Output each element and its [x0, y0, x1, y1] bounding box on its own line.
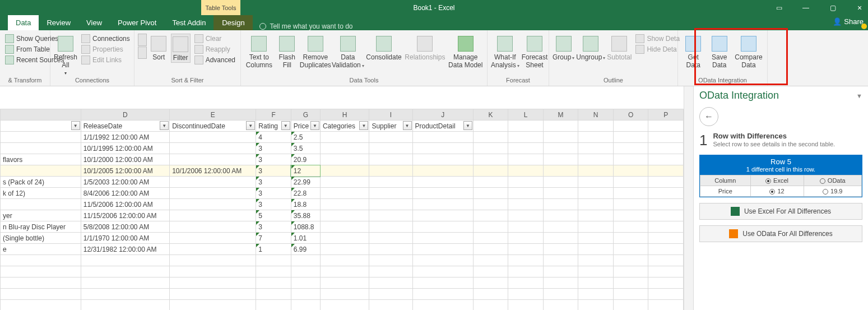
table-row[interactable]: [1, 300, 684, 311]
contextual-tab-label: Table Tools: [201, 0, 240, 15]
show-detail-button[interactable]: Show Deta: [634, 34, 681, 44]
column-headers: D E F G H I J K L M N O P: [1, 109, 684, 121]
sort-asc-icon[interactable]: [138, 34, 147, 46]
group-label-datatools: Data Tools: [244, 77, 484, 85]
task-pane: OData Integration ▼ ← 1 Row with Differe…: [693, 86, 868, 310]
pane-subheading: Select row to see details in the second …: [713, 141, 835, 147]
outline-group-button[interactable]: Group: [553, 34, 574, 62]
tell-me-label: Tell me what you want to do: [270, 22, 352, 30]
vertical-scrollbar[interactable]: [684, 86, 693, 310]
group-label-forecast: Forecast: [491, 77, 545, 85]
table-row[interactable]: 10/1/2005 12:00:00 AM10/1/2006 12:00:00 …: [1, 165, 684, 177]
bulb-icon: [259, 23, 266, 30]
consolidate-button[interactable]: Consolidate: [365, 34, 402, 62]
tell-me[interactable]: Tell me what you want to do: [253, 22, 359, 30]
pane-heading: Row with Differences: [713, 132, 786, 140]
remove-duplicates-button[interactable]: Remove Duplicates: [300, 34, 331, 70]
outline-ungroup-button[interactable]: Ungroup: [577, 34, 605, 62]
table-row[interactable]: (Single bottle)1/1/1970 12:00:00 AM71.01: [1, 233, 684, 244]
connections-button[interactable]: Connections: [80, 34, 132, 44]
data-model-button[interactable]: Manage Data Model: [448, 34, 484, 70]
tab-powerpivot[interactable]: Power Pivot: [110, 15, 164, 30]
clear-button[interactable]: Clear: [193, 34, 237, 44]
filter-dropdown-icon[interactable]: ▼: [246, 121, 255, 130]
filter-button[interactable]: Filter: [171, 34, 191, 63]
excel-icon: [731, 207, 740, 216]
filter-dropdown-icon[interactable]: ▼: [71, 121, 80, 130]
table-row[interactable]: k of 12)8/4/2006 12:00:00 AM322.8: [1, 188, 684, 199]
table-row[interactable]: 1/1/1992 12:00:00 AM42.5: [1, 132, 684, 143]
diff-card: Row 5 1 different cell in this row. Colu…: [699, 155, 862, 197]
worksheet[interactable]: D E F G H I J K L M N O P ▼ ReleaseDate▼…: [0, 86, 684, 310]
filter-dropdown-icon[interactable]: ▼: [359, 121, 368, 130]
pane-title: OData Integration ▼: [699, 90, 862, 101]
share-button[interactable]: 👤 Share: [833, 17, 864, 26]
table-row[interactable]: n Blu-ray Disc Player5/8/2008 12:00:00 A…: [1, 221, 684, 233]
maximize-button[interactable]: ▢: [828, 4, 838, 12]
data-validation-button[interactable]: Data Validation: [333, 34, 363, 70]
cmp-col-header: Column: [700, 175, 751, 186]
table-row[interactable]: 11/5/2006 12:00:00 AM318.8: [1, 199, 684, 210]
table-row[interactable]: flavors10/1/2000 12:00:00 AM320.9: [1, 154, 684, 165]
cmp-excel-cell[interactable]: 12: [750, 186, 804, 197]
table-row[interactable]: [1, 255, 684, 266]
odata-get-button[interactable]: Get Data: [681, 34, 705, 70]
sort-button[interactable]: Sort: [149, 34, 169, 62]
cmp-excel-header[interactable]: Excel: [750, 175, 804, 186]
tab-data[interactable]: Data: [8, 15, 39, 30]
reapply-button[interactable]: Reapply: [193, 44, 237, 54]
table-row[interactable]: s (Pack of 24)1/5/2003 12:00:00 AM322.99: [1, 177, 684, 188]
share-label: Share: [844, 17, 864, 26]
properties-button[interactable]: Properties: [80, 44, 132, 54]
group-label-odata: OData Integration: [681, 77, 764, 85]
edit-links-button[interactable]: Edit Links: [80, 55, 132, 65]
close-button[interactable]: ×: [855, 3, 865, 12]
advanced-button[interactable]: Advanced: [193, 55, 237, 65]
filter-dropdown-icon[interactable]: ▼: [160, 121, 169, 130]
subtotal-button[interactable]: Subtotal: [607, 34, 632, 62]
ribbon-display-options-icon[interactable]: ▭: [774, 4, 784, 12]
odata-icon: [729, 229, 738, 238]
filter-dropdown-icon[interactable]: ▼: [463, 121, 472, 130]
tab-review[interactable]: Review: [39, 15, 78, 30]
refresh-all-button[interactable]: Refresh All▾: [54, 34, 77, 76]
tab-view[interactable]: View: [78, 15, 110, 30]
step-number: 1: [699, 132, 707, 149]
minimize-button[interactable]: —: [801, 4, 811, 12]
use-excel-all-button[interactable]: Use Excel For All Differences: [699, 203, 862, 220]
use-odata-all-button[interactable]: Use OData For All Differences: [699, 225, 862, 242]
cmp-odata-header[interactable]: OData: [804, 175, 862, 186]
table-row[interactable]: e12/31/1982 12:00:00 AM16.99: [1, 244, 684, 255]
table-header-row: ▼ ReleaseDate▼ DiscontinuedDate▼ Rating▼…: [1, 121, 684, 132]
forecast-sheet-button[interactable]: Forecast Sheet: [522, 34, 548, 70]
text-to-columns-button[interactable]: Text to Columns: [244, 34, 274, 70]
notification-badge: [861, 24, 867, 29]
ribbon-tabs: Data Review View Power Pivot Test Addin …: [0, 15, 868, 30]
table-row[interactable]: yer11/15/2006 12:00:00 AM535.88: [1, 210, 684, 221]
odata-save-button[interactable]: Save Data: [707, 34, 731, 70]
cmp-col-cell: Price: [700, 186, 751, 197]
filter-dropdown-icon[interactable]: ▼: [403, 121, 412, 130]
tab-testaddin[interactable]: Test Addin: [164, 15, 213, 30]
window-title: Book1 - Excel: [413, 4, 454, 12]
group-label-sortfilter: Sort & Filter: [138, 77, 237, 85]
filter-dropdown-icon[interactable]: ▼: [281, 121, 290, 130]
back-button[interactable]: ←: [699, 107, 718, 126]
sort-desc-icon[interactable]: [138, 47, 147, 59]
filter-dropdown-icon[interactable]: ▼: [310, 121, 319, 130]
tab-design[interactable]: Design: [213, 15, 253, 30]
title-bar: Table Tools Book1 - Excel ▭ — ▢ ×: [0, 0, 868, 15]
table-row[interactable]: [1, 266, 684, 277]
odata-compare-button[interactable]: Compare Data: [734, 34, 764, 70]
table-row[interactable]: [1, 277, 684, 289]
pane-menu-icon[interactable]: ▼: [856, 92, 862, 99]
table-row[interactable]: [1, 289, 684, 300]
relationships-button[interactable]: Relationships: [405, 34, 445, 62]
cmp-odata-cell[interactable]: 19.9: [804, 186, 862, 197]
group-label-get-transform: & Transform: [3, 77, 47, 85]
hide-detail-button[interactable]: Hide Deta: [634, 44, 681, 54]
table-row[interactable]: 10/1/1995 12:00:00 AM33.5: [1, 143, 684, 154]
flash-fill-button[interactable]: Flash Fill: [276, 34, 298, 70]
whatif-button[interactable]: What-If Analysis: [491, 34, 519, 70]
ribbon: Show Queries From Table Recent Sources &…: [0, 30, 868, 86]
